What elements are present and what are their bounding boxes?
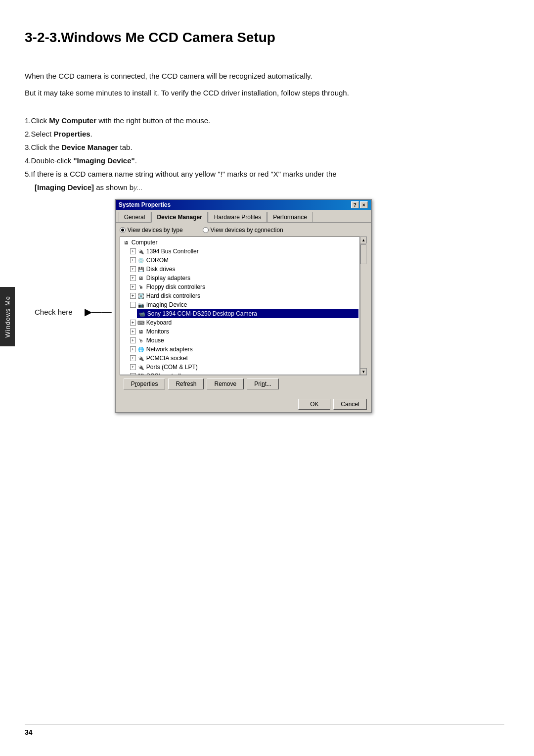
device-keyboard-label: Keyboard <box>146 319 172 326</box>
device-1394[interactable]: + 🔌 1394 Bus Controller <box>129 247 358 256</box>
expand-ports[interactable]: + <box>130 364 136 370</box>
expand-1394[interactable]: + <box>130 248 136 254</box>
expand-floppy[interactable]: + <box>130 284 136 290</box>
page-number: 34 <box>25 728 33 736</box>
properties-button[interactable]: Properties <box>124 378 166 389</box>
tab-general[interactable]: General <box>119 212 151 222</box>
device-ports[interactable]: + 🔌 Ports (COM & LPT) <box>129 363 358 372</box>
mouse-icon: 🖱 <box>137 336 145 344</box>
expand-hdd[interactable]: + <box>130 293 136 299</box>
device-floppy-label: Floppy disk controllers <box>146 284 205 290</box>
device-scsi-label: SCSI controllers <box>146 373 189 375</box>
page-title: 3-2-3.Windows Me CCD Camera Setup <box>25 30 504 46</box>
expand-pcmcia[interactable]: + <box>130 355 136 361</box>
system-properties-dialog: System Properties ? × General Device Man… <box>115 199 372 413</box>
radio-by-connection[interactable]: View devices by connection <box>203 227 283 234</box>
tab-performance[interactable]: Performance <box>267 212 312 222</box>
camera-icon: 📹 <box>138 310 146 318</box>
radio-by-connection-circle <box>203 227 209 233</box>
step-4: 4.Double-click "Imaging Device". <box>25 154 504 167</box>
step-3-bold: Device Manager <box>61 143 118 151</box>
device-hdd-label: Hard disk controllers <box>146 292 200 299</box>
device-list-scroll[interactable]: 🖥 Computer + 🔌 1394 Bus Controller <box>120 237 359 375</box>
disk-icon: 💾 <box>137 265 145 273</box>
dialog-titlebar: System Properties ? × <box>116 200 371 210</box>
ok-cancel-row: OK Cancel <box>116 396 371 412</box>
device-computer[interactable]: 🖥 Computer <box>121 238 358 247</box>
radio-by-type[interactable]: View devices by type <box>120 227 183 234</box>
device-computer-label: Computer <box>132 239 158 246</box>
page-footer: 34 <box>25 724 504 736</box>
step-2: 2.Select Properties. <box>25 127 504 141</box>
device-keyboard[interactable]: + ⌨ Keyboard <box>129 318 358 327</box>
cdrom-icon: 💿 <box>137 256 145 264</box>
floppy-icon: 🖱 <box>137 283 145 291</box>
tab-device-manager[interactable]: Device Manager <box>151 212 207 223</box>
bottom-buttons: Properties Refresh Remove Print... <box>120 375 367 392</box>
cancel-button[interactable]: Cancel <box>333 399 366 410</box>
print-button[interactable]: Print... <box>247 378 279 389</box>
step-3: 3.Click the Device Manager tab. <box>25 141 504 154</box>
scrollbar[interactable]: ▲ ▼ <box>360 236 367 375</box>
device-sony-camera[interactable]: 📹 Sony 1394 CCM-DS250 Desktop Camera <box>137 309 358 318</box>
radio-by-connection-label: View devices by connection <box>211 227 283 234</box>
remove-button[interactable]: Remove <box>207 378 244 389</box>
scroll-up[interactable]: ▲ <box>360 236 367 243</box>
scsi-icon: 💾 <box>137 372 145 375</box>
check-here-label: Check here <box>35 308 73 316</box>
device-scsi[interactable]: + 💾 SCSI controllers <box>129 372 358 375</box>
expand-mouse[interactable]: + <box>130 337 136 343</box>
radio-by-type-circle <box>120 227 126 233</box>
pcmcia-icon: 🔌 <box>137 354 145 362</box>
expand-keyboard[interactable]: + <box>130 320 136 326</box>
arrow-icon: ▶―― <box>85 307 112 317</box>
step-5-continue: [Imaging Device] as shown by... <box>35 181 504 194</box>
expand-scsi[interactable]: + <box>130 373 136 375</box>
computer-icon: 🖥 <box>122 238 130 246</box>
device-monitors-label: Monitors <box>146 328 169 335</box>
expand-cdrom[interactable]: + <box>130 257 136 263</box>
scroll-thumb[interactable] <box>360 244 366 264</box>
device-cdrom[interactable]: + 💿 CDROM <box>129 256 358 265</box>
device-hdd[interactable]: + 💽 Hard disk controllers <box>129 291 358 300</box>
tab-hardware-profiles[interactable]: Hardware Profiles <box>209 212 267 222</box>
radio-by-type-label: View devices by type <box>128 227 183 234</box>
close-button[interactable]: × <box>360 201 368 208</box>
refresh-button[interactable]: Refresh <box>168 378 204 389</box>
device-imaging-label: Imaging Device <box>146 301 187 308</box>
scroll-down[interactable]: ▼ <box>360 368 367 375</box>
keyboard-icon: ⌨ <box>137 319 145 327</box>
device-display[interactable]: + 🖥 Display adapters <box>129 274 358 283</box>
dialog-body: View devices by type View devices by con… <box>116 223 371 396</box>
body-para1: When the CCD camera is connected, the CC… <box>25 70 504 82</box>
1394-icon: 🔌 <box>137 247 145 255</box>
expand-monitors[interactable]: + <box>130 329 136 334</box>
help-button[interactable]: ? <box>351 201 359 208</box>
device-monitors[interactable]: + 🖥 Monitors <box>129 327 358 336</box>
device-list[interactable]: 🖥 Computer + 🔌 1394 Bus Controller <box>120 236 360 375</box>
dialog-tabs: General Device Manager Hardware Profiles… <box>116 210 371 223</box>
expand-imaging[interactable]: - <box>130 302 136 308</box>
expand-disk[interactable]: + <box>130 266 136 272</box>
imaging-icon: 📷 <box>137 301 145 309</box>
main-content: 3-2-3.Windows Me CCD Camera Setup When t… <box>25 0 504 413</box>
device-floppy[interactable]: + 🖱 Floppy disk controllers <box>129 283 358 291</box>
device-list-wrapper: 🖥 Computer + 🔌 1394 Bus Controller <box>120 236 367 375</box>
side-tab-label: Windows Me <box>4 296 11 337</box>
device-pcmcia[interactable]: + 🔌 PCMCIA socket <box>129 354 358 363</box>
step-4-bold: "Imaging Device" <box>73 156 134 165</box>
network-icon: 🌐 <box>137 345 145 353</box>
device-imaging[interactable]: - 📷 Imaging Device <box>129 300 358 309</box>
device-disk[interactable]: + 💾 Disk drives <box>129 265 358 274</box>
hdd-icon: 💽 <box>137 292 145 300</box>
device-ports-label: Ports (COM & LPT) <box>146 364 198 371</box>
side-tab: Windows Me <box>0 287 15 346</box>
expand-display[interactable]: + <box>130 275 136 281</box>
ok-button[interactable]: OK <box>298 399 330 410</box>
radio-row: View devices by type View devices by con… <box>120 227 367 234</box>
device-mouse[interactable]: + 🖱 Mouse <box>129 336 358 345</box>
step-1: 1.Click My Computer with the right butto… <box>25 114 504 127</box>
device-1394-label: 1394 Bus Controller <box>146 248 199 255</box>
expand-network[interactable]: + <box>130 346 136 352</box>
device-network[interactable]: + 🌐 Network adapters <box>129 345 358 354</box>
